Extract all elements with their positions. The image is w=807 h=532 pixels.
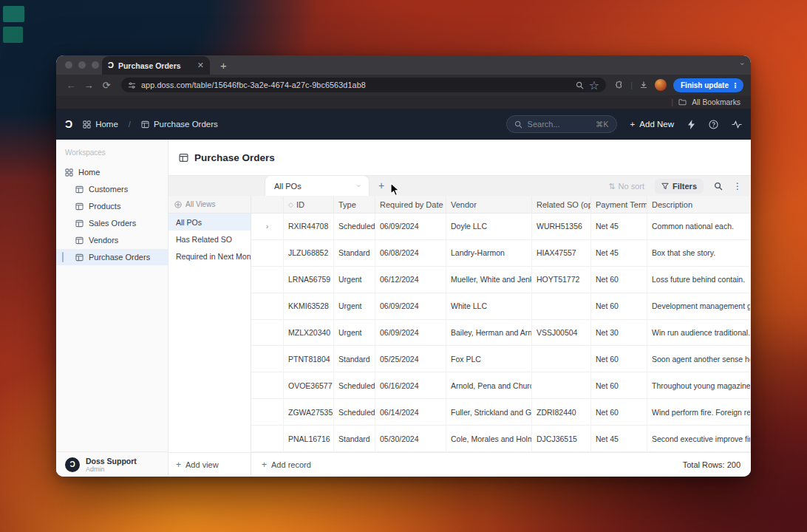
column-header-related-so-opti[interactable]: Related SO (opti	[532, 196, 591, 213]
cell-payment-terms[interactable]: Net 45	[591, 426, 647, 451]
window-controls[interactable]	[65, 61, 99, 69]
cell-vendor[interactable]: Cole, Morales and Holmes	[446, 426, 532, 451]
cell-related-so[interactable]: ZDRI82440	[532, 399, 591, 425]
sidebar-item-products[interactable]: Products	[56, 198, 168, 214]
address-bar[interactable]: app.doss.com/table/15646fbc-3a2e-4674-a2…	[121, 78, 606, 92]
cell-id[interactable]: ZGWA27535	[284, 399, 334, 425]
column-header-description[interactable]: Description	[647, 196, 751, 213]
sidebar-item-customers[interactable]: Customers	[56, 181, 168, 197]
cell-type[interactable]: Standard	[334, 346, 375, 372]
cell-type[interactable]: Urgent	[334, 320, 375, 346]
column-header-payment-terms[interactable]: Payment Terms	[591, 196, 647, 213]
reload-icon[interactable]: ⟳	[99, 80, 114, 91]
cell-id[interactable]: OVOE36577	[284, 372, 334, 398]
expand-row-icon[interactable]: ›	[251, 214, 284, 239]
add-record-button[interactable]: + Add record	[262, 460, 311, 470]
cell-required-by-date[interactable]: 06/16/2024	[375, 372, 446, 398]
column-header-vendor[interactable]: Vendor	[446, 196, 532, 213]
help-icon[interactable]	[709, 120, 718, 129]
cell-payment-terms[interactable]: Net 60	[591, 267, 647, 293]
table-search-icon[interactable]	[714, 182, 723, 191]
tab-search-chevron-icon[interactable]: ›	[738, 63, 746, 65]
table-row[interactable]: MZLX20340Urgent06/09/2024Bailey, Herman …	[251, 320, 751, 347]
cell-required-by-date[interactable]: 05/25/2024	[375, 346, 446, 372]
cell-description[interactable]: Development management grou	[647, 293, 751, 319]
site-settings-icon[interactable]	[128, 81, 136, 89]
cell-payment-terms[interactable]: Net 60	[591, 293, 647, 319]
cell-vendor[interactable]: Fox PLC	[446, 346, 532, 372]
cell-type[interactable]: Scheduled	[334, 399, 375, 425]
table-row[interactable]: LRNA56759Urgent06/12/2024Mueller, White …	[251, 267, 751, 293]
cell-vendor[interactable]: Fuller, Strickland and Gray	[446, 399, 532, 425]
cell-description[interactable]: Wind perform fire. Foreign rest e	[647, 399, 751, 425]
sidebar-item-vendors[interactable]: Vendors	[56, 232, 168, 248]
cell-required-by-date[interactable]: 06/12/2024	[375, 267, 446, 293]
no-sort-button[interactable]: ⇅ No sort	[608, 182, 644, 191]
add-view-tab-button[interactable]: +	[378, 180, 384, 191]
cell-vendor[interactable]: Doyle LLC	[446, 214, 532, 239]
update-menu-icon[interactable]: ⋮	[732, 81, 739, 89]
add-new-button[interactable]: + Add New	[630, 120, 674, 129]
cell-id[interactable]: PTNT81804	[284, 346, 334, 372]
cell-vendor[interactable]: Arnold, Pena and Church	[446, 372, 532, 398]
profile-avatar[interactable]	[655, 79, 667, 91]
expand-row-icon[interactable]	[251, 426, 284, 451]
column-header-type[interactable]: Type	[334, 196, 375, 213]
cell-vendor[interactable]: Bailey, Herman and Arnold	[446, 320, 532, 346]
cell-payment-terms[interactable]: Net 45	[591, 240, 647, 266]
cell-id[interactable]: JLZU68852	[284, 240, 334, 266]
cell-description[interactable]: Soon agent another sense hot.	[647, 346, 751, 372]
table-row[interactable]: PTNT81804Standard05/25/2024Fox PLCNet 60…	[251, 346, 751, 372]
table-row[interactable]: ZGWA27535Scheduled06/14/2024Fuller, Stri…	[251, 399, 751, 426]
sidebar-user[interactable]: Ɔ Doss Support Admin	[56, 451, 168, 477]
cell-payment-terms[interactable]: Net 60	[591, 346, 647, 372]
cell-type[interactable]: Standard	[334, 426, 375, 451]
close-tab-icon[interactable]: ✕	[197, 61, 204, 70]
new-tab-button[interactable]: +	[220, 59, 227, 72]
cell-payment-terms[interactable]: Net 30	[591, 320, 647, 346]
cell-related-so[interactable]: WURH51356	[532, 214, 591, 239]
table-row[interactable]: KKMI63528Urgent06/09/2024White LLCNet 60…	[251, 293, 751, 320]
cell-related-so[interactable]	[532, 346, 591, 372]
cell-related-so[interactable]: VSSJ00504	[532, 320, 591, 346]
sidebar-item-sales-orders[interactable]: Sales Orders	[56, 215, 168, 231]
view-item-required-in-next-month[interactable]: Required in Next Month	[168, 248, 251, 265]
add-view-button[interactable]: + Add view	[168, 452, 251, 477]
cell-vendor[interactable]: Landry-Harmon	[446, 240, 532, 266]
cell-description[interactable]: Loss future behind contain.	[647, 267, 751, 293]
cell-required-by-date[interactable]: 06/09/2024	[375, 320, 446, 346]
doss-logo-icon[interactable]: Ɔ	[65, 118, 72, 130]
search-input[interactable]: Search... ⌘K	[506, 115, 617, 133]
cell-type[interactable]: Scheduled	[334, 372, 375, 398]
sidebar-item-purchase-orders[interactable]: Purchase Orders	[56, 249, 168, 265]
cell-description[interactable]: Second executive improve finally	[647, 426, 751, 451]
cell-required-by-date[interactable]: 06/09/2024	[375, 214, 446, 239]
view-item-all-pos[interactable]: All POs	[168, 214, 251, 231]
cell-related-so[interactable]	[532, 372, 591, 398]
minimize-window-button[interactable]	[78, 61, 86, 69]
cell-required-by-date[interactable]: 06/14/2024	[375, 399, 446, 425]
cell-description[interactable]: Win run audience traditional. Pag	[647, 320, 751, 346]
cell-vendor[interactable]: White LLC	[446, 293, 532, 319]
cell-id[interactable]: KKMI63528	[284, 293, 334, 319]
lightning-icon[interactable]	[687, 120, 695, 129]
finish-update-button[interactable]: Finish update ⋮	[673, 78, 743, 92]
activity-icon[interactable]	[732, 120, 742, 129]
cell-type[interactable]: Standard	[334, 240, 375, 266]
extensions-icon[interactable]	[615, 81, 624, 89]
table-row[interactable]: OVOE36577Scheduled06/16/2024Arnold, Pena…	[251, 372, 751, 399]
filters-button[interactable]: Filters	[655, 179, 704, 194]
breadcrumb-page[interactable]: Purchase Orders	[154, 120, 218, 129]
expand-row-icon[interactable]	[251, 399, 284, 425]
download-icon[interactable]	[639, 81, 648, 89]
cell-description[interactable]: Throughout young magazine tea	[647, 372, 751, 398]
kebab-menu-icon[interactable]: ⋮	[733, 181, 742, 191]
forward-icon[interactable]: →	[81, 80, 96, 91]
zoom-page-icon[interactable]	[576, 81, 584, 89]
cell-related-so[interactable]: DJCJ36515	[532, 426, 591, 451]
cell-related-so[interactable]: HIAX47557	[532, 240, 591, 266]
cell-description[interactable]: Box that she story.	[647, 240, 751, 266]
sidebar-item-home[interactable]: Home	[56, 164, 168, 180]
cell-required-by-date[interactable]: 06/09/2024	[375, 293, 446, 319]
expand-row-icon[interactable]	[251, 346, 284, 372]
